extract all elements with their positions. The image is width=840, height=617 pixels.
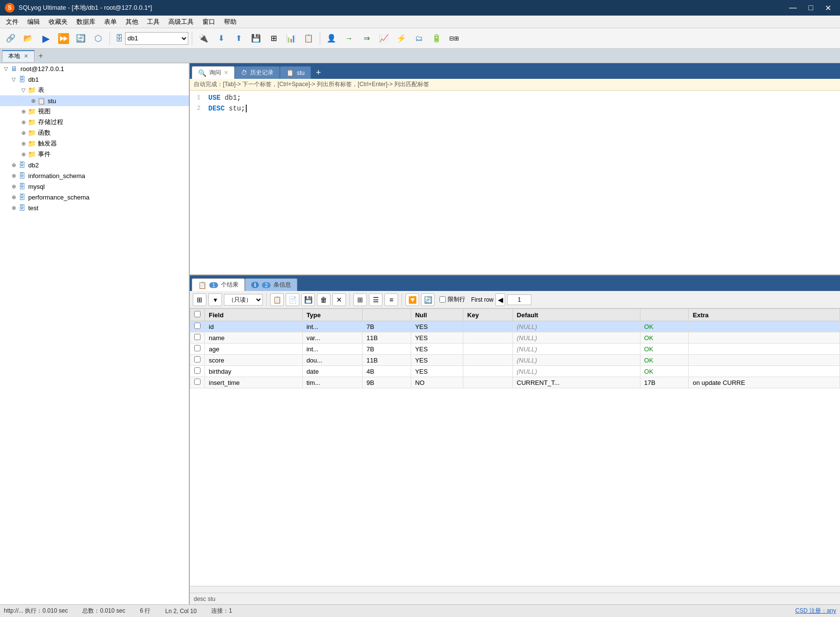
test-expand-icon[interactable]: ⊕ xyxy=(10,204,18,212)
power-button[interactable]: 🔋 xyxy=(429,31,444,46)
dropdown-button[interactable]: ▾ xyxy=(208,293,222,306)
menu-item-edit[interactable]: 编辑 xyxy=(23,17,44,27)
tree-procs-folder[interactable]: ⊕ 📁 存储过程 xyxy=(0,117,189,127)
views-expand-icon[interactable]: ⊕ xyxy=(19,108,27,115)
procs-expand-icon[interactable]: ⊕ xyxy=(19,118,27,126)
analyze2-button[interactable]: ⇒ xyxy=(359,31,374,46)
filter-button[interactable]: 🔽 xyxy=(405,293,419,306)
table-row[interactable]: score dou... 11B YES (NULL) OK xyxy=(190,355,840,366)
menu-item-table[interactable]: 表单 xyxy=(100,17,121,27)
query2-button[interactable]: 📋 xyxy=(301,31,316,46)
root-expand-icon[interactable]: ▽ xyxy=(2,65,10,73)
menu-item-help[interactable]: 帮助 xyxy=(220,17,240,27)
add-conn-tab-button[interactable]: + xyxy=(35,52,47,60)
limit-row-checkbox[interactable] xyxy=(439,296,446,303)
close-button[interactable]: ✕ xyxy=(821,2,835,14)
conn-tab-close[interactable]: ✕ xyxy=(24,53,28,59)
refresh-button[interactable]: 🔄 xyxy=(73,31,89,46)
window-controls[interactable]: — □ ✕ xyxy=(785,2,835,14)
tree-tables-folder[interactable]: ▽ 📁 表 xyxy=(0,85,189,95)
import-button[interactable]: ⬇ xyxy=(213,31,229,46)
tree-funcs-folder[interactable]: ⊕ 📁 函数 xyxy=(0,127,189,138)
tree-test[interactable]: ⊕ 🗄 test xyxy=(0,202,189,213)
perf-expand-icon[interactable]: ⊕ xyxy=(10,193,18,201)
funcs-expand-icon[interactable]: ⊕ xyxy=(19,129,27,137)
monitor-button[interactable]: 📈 xyxy=(376,31,392,46)
table-row[interactable]: insert_time tim... 9B NO CURRENT_T... 17… xyxy=(190,377,840,388)
query-tab-close[interactable]: ✕ xyxy=(224,70,228,76)
grid-button-res[interactable]: ⊞ xyxy=(353,293,367,306)
table-row[interactable]: name var... 11B YES (NULL) OK xyxy=(190,332,840,344)
row-cb[interactable] xyxy=(190,366,205,377)
delete-row-button[interactable]: 🗑 xyxy=(317,293,330,306)
tree-db1[interactable]: ▽ 🗄 db1 xyxy=(0,74,189,85)
row-cb[interactable] xyxy=(190,344,205,355)
minimize-button[interactable]: — xyxy=(785,2,801,14)
menu-item-tools[interactable]: 工具 xyxy=(143,17,164,27)
conn-tab-local[interactable]: 本地 ✕ xyxy=(2,50,35,62)
schema-button[interactable]: ⬡ xyxy=(91,31,106,46)
info-expand-icon[interactable]: ⊕ xyxy=(10,172,18,180)
text-button[interactable]: ≡ xyxy=(384,293,398,306)
tab-stu[interactable]: 📋 stu xyxy=(280,66,311,79)
menu-item-database[interactable]: 数据库 xyxy=(73,17,99,27)
maximize-button[interactable]: □ xyxy=(804,2,817,14)
table-row[interactable]: birthday date 4B YES (NULL) OK xyxy=(190,366,840,377)
stu-expand-icon[interactable]: ⊕ xyxy=(29,97,37,105)
select-all-checkbox[interactable] xyxy=(194,311,201,317)
extra-button[interactable]: ⊟⊞ xyxy=(446,31,462,46)
tree-views-folder[interactable]: ⊕ 📁 视图 xyxy=(0,106,189,117)
tree-root[interactable]: ▽ 🖥 root@127.0.0.1 xyxy=(0,63,189,74)
grid-button[interactable]: ⊞ xyxy=(266,31,281,46)
cancel-button[interactable]: ✕ xyxy=(332,293,346,306)
perf-button[interactable]: ⚡ xyxy=(394,31,409,46)
schema2-button[interactable]: 🗂 xyxy=(411,31,427,46)
save-row-button[interactable]: 💾 xyxy=(301,293,315,306)
paste-button[interactable]: 📄 xyxy=(286,293,299,306)
export-button[interactable]: ⬆ xyxy=(231,31,246,46)
menu-item-advanced[interactable]: 高级工具 xyxy=(164,17,198,27)
mysql-expand-icon[interactable]: ⊕ xyxy=(10,182,18,190)
db2-expand-icon[interactable]: ⊕ xyxy=(10,161,18,169)
open-button[interactable]: 📂 xyxy=(20,31,36,46)
tab-query[interactable]: 🔍 询问 ✕ xyxy=(192,66,235,79)
menu-item-favorites[interactable]: 收藏夹 xyxy=(45,17,72,27)
row-cb[interactable] xyxy=(190,332,205,344)
backup-button[interactable]: 💾 xyxy=(248,31,264,46)
grid-view-button[interactable]: ⊞ xyxy=(193,293,206,306)
menu-item-other[interactable]: 其他 xyxy=(122,17,142,27)
status-csd-link[interactable]: CSD 注册：any xyxy=(795,607,836,615)
copy-button[interactable]: 📋 xyxy=(270,293,284,306)
connect-button[interactable]: 🔌 xyxy=(196,31,211,46)
refresh-res-button[interactable]: 🔄 xyxy=(421,293,435,306)
form-button[interactable]: ☰ xyxy=(369,293,383,306)
horizontal-scrollbar[interactable] xyxy=(190,586,840,593)
new-connection-button[interactable]: 🔗 xyxy=(3,31,18,46)
user-button[interactable]: 👤 xyxy=(324,31,339,46)
tree-mysql[interactable]: ⊕ 🗄 mysql xyxy=(0,181,189,192)
add-query-tab-button[interactable]: + xyxy=(311,66,326,79)
triggers-expand-icon[interactable]: ⊕ xyxy=(19,140,27,147)
result-tab-2[interactable]: ℹ 2 条信息 xyxy=(245,278,297,291)
db1-expand-icon[interactable]: ▽ xyxy=(10,75,18,83)
analyze-button[interactable]: → xyxy=(341,31,357,46)
row-cb[interactable] xyxy=(190,377,205,388)
tree-perf-schema[interactable]: ⊕ 🗄 performance_schema xyxy=(0,192,189,202)
table-row[interactable]: id int... 7B YES (NULL) OK xyxy=(190,321,840,332)
execute-button[interactable]: ▶ xyxy=(38,31,54,46)
table-button[interactable]: 📊 xyxy=(283,31,299,46)
db-select[interactable]: db1 db2 information_schema mysql perform… xyxy=(125,32,188,45)
row-cb[interactable] xyxy=(190,355,205,366)
prev-page-button[interactable]: ◀ xyxy=(495,293,505,306)
tree-events-folder[interactable]: ⊕ 📁 事件 xyxy=(0,149,189,160)
menu-item-file[interactable]: 文件 xyxy=(2,17,22,27)
tree-triggers-folder[interactable]: ⊕ 📁 触发器 xyxy=(0,138,189,149)
first-row-input[interactable] xyxy=(507,294,531,305)
edit-mode-select[interactable]: （只读） （编辑） xyxy=(224,294,263,306)
row-cb[interactable] xyxy=(190,321,205,332)
menu-item-window[interactable]: 窗口 xyxy=(199,17,219,27)
tab-history[interactable]: ⏱ 历史记录 xyxy=(235,66,280,79)
result-tab-1[interactable]: 📋 1 个结果 xyxy=(192,278,245,291)
tree-info-schema[interactable]: ⊕ 🗄 information_schema xyxy=(0,170,189,181)
execute-all-button[interactable]: ⏩ xyxy=(55,31,71,46)
